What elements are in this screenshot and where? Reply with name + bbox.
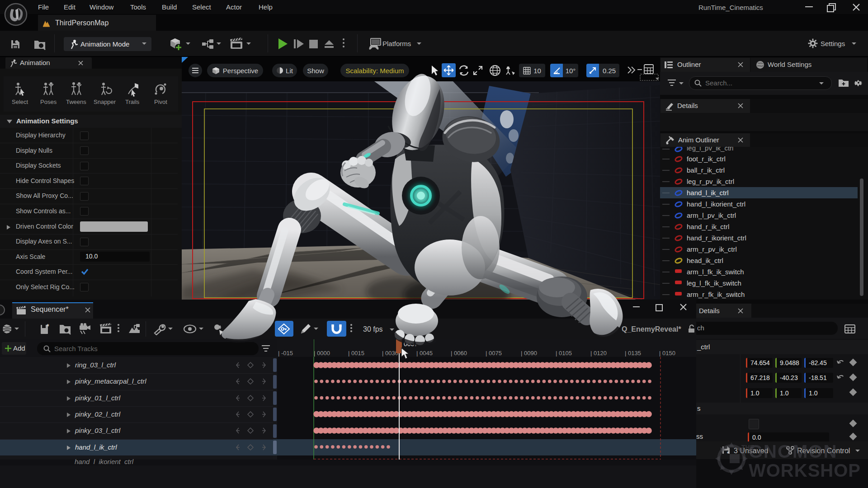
svg-text:*: * xyxy=(47,323,49,330)
